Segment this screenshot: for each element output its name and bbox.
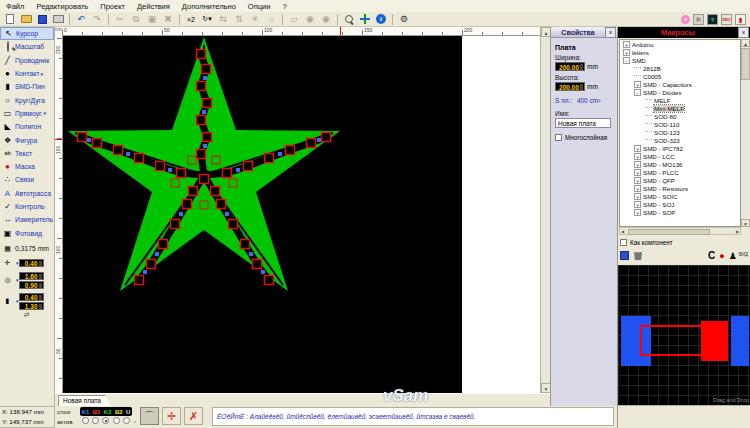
- as-component-checkbox[interactable]: [620, 239, 627, 246]
- info-button[interactable]: i: [374, 13, 388, 26]
- tool-photoview[interactable]: ▣Фотовид: [0, 226, 54, 239]
- smd-height-field[interactable]: 1.30: [19, 302, 44, 310]
- layer-radio-K2[interactable]: [102, 417, 109, 424]
- tree-item[interactable]: Mini-MELF: [620, 104, 740, 112]
- dropdown-arrow-icon[interactable]: ▾: [40, 71, 43, 77]
- expand-plus-icon[interactable]: +: [634, 201, 641, 208]
- exit-icon[interactable]: ▮: [735, 14, 746, 25]
- tree-item[interactable]: SOD-323: [620, 136, 740, 144]
- tree-item[interactable]: +Arduino: [620, 40, 740, 48]
- macro-rotate-icon[interactable]: C: [708, 250, 715, 261]
- board-name-field[interactable]: Новая плата: [555, 118, 611, 128]
- tree-horizontal-scrollbar[interactable]: ◀ ▶: [619, 227, 741, 235]
- expand-plus-icon[interactable]: +: [634, 161, 641, 168]
- tree-vertical-scrollbar[interactable]: ▲ ▼: [741, 39, 750, 227]
- track-width-icon[interactable]: ✛: [2, 259, 13, 267]
- tree-item[interactable]: +letters: [620, 48, 740, 56]
- tree-item[interactable]: C0005: [620, 72, 740, 80]
- tree-item[interactable]: SOD-80: [620, 112, 740, 120]
- macro-ring-icon[interactable]: [681, 15, 690, 24]
- tool-measure[interactable]: ↔Измеритель: [0, 213, 54, 226]
- layer-radio-group[interactable]: [80, 417, 132, 424]
- canvas-vertical-scrollbar[interactable]: ▲ ▼: [540, 27, 550, 393]
- board-canvas[interactable]: 050100150200 20015010050 mm ▲ ▼: [55, 27, 550, 393]
- print-button[interactable]: [51, 13, 65, 26]
- expand-plus-icon[interactable]: +: [634, 193, 641, 200]
- expand-plus-icon[interactable]: +: [634, 145, 641, 152]
- settings-gear-button[interactable]: ⚙: [397, 13, 411, 26]
- duplicate-button[interactable]: ×2: [184, 13, 198, 26]
- layer-U[interactable]: U: [126, 409, 130, 415]
- tree-item[interactable]: +SMD - Resistors: [620, 184, 740, 192]
- expand-plus-icon[interactable]: +: [634, 177, 641, 184]
- tool-pad[interactable]: ●Контакт▾: [0, 67, 54, 80]
- expand-plus-icon[interactable]: +: [634, 209, 641, 216]
- zoom-tool-button[interactable]: [342, 13, 356, 26]
- tool-conductor[interactable]: ╱Проводник: [0, 54, 54, 67]
- layer-B1[interactable]: B1: [93, 409, 101, 415]
- macro-flip-icon[interactable]: ●: [719, 251, 724, 261]
- tool-text[interactable]: abТекст: [0, 147, 54, 160]
- layer-indicator-bar[interactable]: K1B1K2B2U: [80, 407, 132, 416]
- macro-save-icon[interactable]: [620, 251, 629, 260]
- rotate-button[interactable]: ↻▾: [200, 13, 214, 26]
- layer-B2[interactable]: B2: [115, 409, 123, 415]
- expand-plus-icon[interactable]: +: [634, 153, 641, 160]
- macro-delete-icon[interactable]: [634, 251, 642, 260]
- tool-zoom[interactable]: Масштаб: [0, 40, 54, 53]
- drc-icon[interactable]: DRC: [721, 14, 732, 25]
- menu-item-Действия[interactable]: Действия: [131, 2, 176, 11]
- tree-item[interactable]: +SMD - PLCC: [620, 168, 740, 176]
- tool-polygon[interactable]: ◣Полигон: [0, 120, 54, 133]
- tree-item[interactable]: SOD-123: [620, 128, 740, 136]
- layer-cross-button[interactable]: [358, 13, 372, 26]
- tool-autoroute[interactable]: AАвтотрасса: [0, 187, 54, 200]
- tree-scroll-up-icon[interactable]: ▲: [741, 39, 750, 47]
- smd-width-field[interactable]: 0.40: [19, 293, 44, 301]
- track-width-field[interactable]: 0.40: [19, 259, 44, 267]
- tool-rectangle[interactable]: ▭Прямоуг.▾: [0, 107, 54, 120]
- tool-ratsnest[interactable]: ∴Связи: [0, 173, 54, 186]
- open-file-button[interactable]: [19, 13, 33, 26]
- layer-K1[interactable]: K1: [82, 409, 90, 415]
- tree-item[interactable]: +SMD - SOJ: [620, 200, 740, 208]
- component-pin-icon[interactable]: ⚐: [693, 14, 704, 25]
- tree-item[interactable]: 2812B: [620, 64, 740, 72]
- tool-circle-arc[interactable]: ○Круг/Дуга: [0, 93, 54, 106]
- tool-smd-pin[interactable]: ▮SMD-Пин: [0, 80, 54, 93]
- properties-close-icon[interactable]: x: [605, 27, 616, 38]
- tree-scroll-left-icon[interactable]: ◀: [621, 229, 624, 234]
- swap-values-icon[interactable]: ⇄: [0, 311, 54, 319]
- macros-close-icon[interactable]: x: [738, 27, 749, 38]
- board-height-field[interactable]: 200.00: [555, 82, 585, 91]
- collapse-minus-icon[interactable]: −: [634, 89, 641, 96]
- expand-plus-icon[interactable]: +: [623, 49, 630, 56]
- tree-item[interactable]: SOD-110: [620, 120, 740, 128]
- help-check-icon[interactable]: ?: [707, 14, 718, 25]
- layer-radio-B2[interactable]: [113, 417, 120, 424]
- expand-plus-icon[interactable]: +: [634, 81, 641, 88]
- menu-item-Проект[interactable]: Проект: [94, 2, 131, 11]
- tool-cursor[interactable]: ↖Курсор: [0, 27, 54, 40]
- autorouter-target-button[interactable]: ✛: [162, 407, 181, 425]
- tree-item[interactable]: −SMD - Diodes: [620, 88, 740, 96]
- tool-shape[interactable]: ❖Фигура: [0, 133, 54, 146]
- macro-place-icon[interactable]: ♟: [729, 251, 737, 261]
- tree-item[interactable]: +SMD - Capacitors: [620, 80, 740, 88]
- grid-icon[interactable]: ▦: [2, 245, 13, 253]
- menu-item-Опции[interactable]: Опции: [242, 2, 277, 11]
- pad-drill-field[interactable]: 0.90: [19, 281, 44, 289]
- macro-library-tree[interactable]: +Arduino+letters−SMD2812BC0005+SMD - Cap…: [619, 39, 741, 227]
- pad-outer-field[interactable]: 1.60: [19, 272, 44, 280]
- smd-size-icon[interactable]: ▮: [2, 297, 13, 305]
- grid-step-value[interactable]: 0,3175 mm: [15, 245, 49, 252]
- pad-size-icon[interactable]: ◎: [2, 276, 13, 284]
- menu-item-?[interactable]: ?: [276, 2, 292, 11]
- tree-item[interactable]: +SMD - MO136: [620, 160, 740, 168]
- dropdown-arrow-icon[interactable]: ▾: [44, 110, 47, 116]
- undo-button[interactable]: ↶: [74, 13, 88, 26]
- tool-control[interactable]: ✓Контроль: [0, 200, 54, 213]
- menu-item-Редактировать[interactable]: Редактировать: [30, 2, 94, 11]
- tree-item[interactable]: +SMD - LCC: [620, 152, 740, 160]
- tree-item[interactable]: +SMD - IPC782: [620, 144, 740, 152]
